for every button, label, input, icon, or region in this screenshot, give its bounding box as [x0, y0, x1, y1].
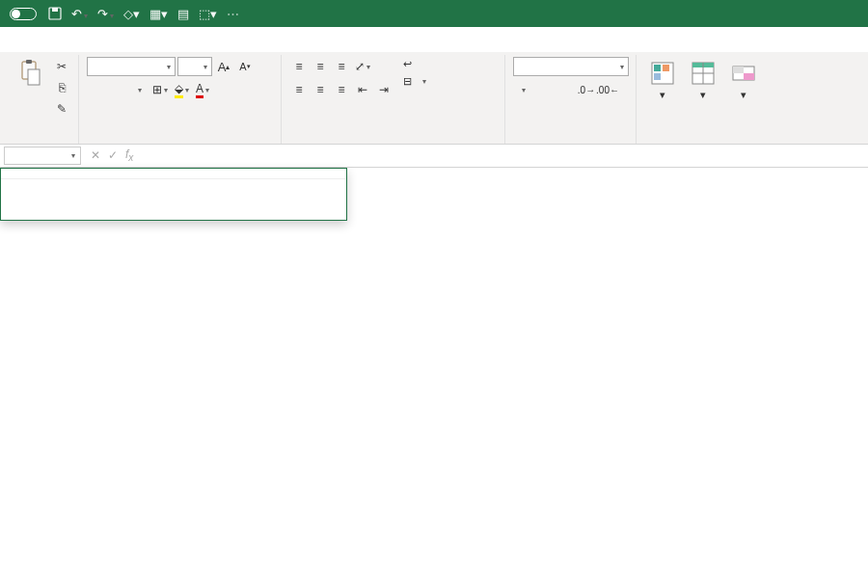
currency-button[interactable]: ▾ — [513, 80, 532, 99]
ribbon-group-styles: ▾ ▾ ▾ — [637, 55, 812, 144]
confirm-formula-icon[interactable]: ✓ — [108, 148, 118, 162]
increase-font-icon[interactable]: A▴ — [214, 57, 233, 76]
percent-button[interactable] — [534, 80, 554, 99]
styles-label — [644, 140, 804, 144]
popup-footer — [1, 200, 346, 220]
redo-icon[interactable]: ↷▾ — [97, 7, 114, 21]
autosave-toggle[interactable] — [6, 8, 37, 20]
align-left-icon[interactable]: ≡ — [289, 80, 309, 99]
save-icon[interactable] — [48, 7, 62, 20]
inc-decimal-icon[interactable]: .0→ — [577, 80, 596, 99]
align-middle-icon[interactable]: ≡ — [311, 57, 330, 76]
ribbon-group-number: ▾ ▾ .0→ .00← — [505, 55, 637, 144]
clipboard-label — [12, 140, 70, 144]
svg-rect-7 — [663, 65, 669, 71]
number-label — [513, 140, 628, 144]
fx-icon[interactable]: fx — [125, 147, 133, 163]
format-as-table-button[interactable]: ▾ — [685, 57, 721, 140]
svg-rect-3 — [26, 60, 32, 64]
font-name-select[interactable]: ▾ — [87, 57, 176, 76]
number-format-select[interactable]: ▾ — [513, 57, 629, 76]
titlebar: ↶▾ ↷▾ ◇▾ ▦▾ ▤ ⬚▾ ⋯ — [0, 0, 868, 27]
svg-rect-6 — [654, 65, 661, 71]
border-button[interactable]: ⊞▾ — [150, 80, 170, 99]
paste-button[interactable] — [12, 57, 48, 140]
wrap-text-button[interactable]: ↩ — [403, 57, 426, 70]
fill-color-button[interactable]: ⬙▾ — [172, 80, 191, 99]
qat-item-3[interactable]: ▤ — [177, 7, 189, 21]
quick-access-toolbar: ↶▾ ↷▾ ◇▾ ▦▾ ▤ ⬚▾ ⋯ — [48, 7, 239, 21]
decrease-font-icon[interactable]: A▾ — [235, 57, 255, 76]
ribbon: ✂ ⎘ ✎ ▾ ▾ A▴ A▾ ▾ ⊞▾ ⬙▾ A▾ — [0, 52, 868, 145]
qat-more[interactable]: ⋯ — [227, 7, 239, 21]
popup-options — [1, 179, 346, 200]
dec-decimal-icon[interactable]: .00← — [598, 80, 617, 99]
formula-bar: ▾ ✕ ✓ fx — [0, 145, 868, 168]
quick-analysis-popup — [0, 168, 347, 221]
align-right-icon[interactable]: ≡ — [332, 80, 351, 99]
ribbon-group-clipboard: ✂ ⎘ ✎ — [4, 55, 79, 144]
underline-button[interactable]: ▾ — [129, 80, 149, 99]
orientation-icon[interactable]: ⤢▾ — [353, 57, 372, 76]
comma-button[interactable] — [556, 80, 575, 99]
undo-icon[interactable]: ↶▾ — [71, 7, 88, 21]
font-size-select[interactable]: ▾ — [177, 57, 212, 76]
alignment-label — [289, 140, 497, 144]
ribbon-group-font: ▾ ▾ A▴ A▾ ▾ ⊞▾ ⬙▾ A▾ — [79, 55, 282, 144]
cancel-formula-icon[interactable]: ✕ — [91, 148, 100, 162]
svg-rect-1 — [52, 8, 58, 12]
cond-fmt-label: ▾ — [660, 90, 665, 101]
align-center-icon[interactable]: ≡ — [311, 80, 330, 99]
ribbon-group-alignment: ≡ ≡ ≡ ⤢▾ ≡ ≡ ≡ ⇤ ⇥ ↩ ⊟ ▾ — [282, 55, 505, 144]
align-top-icon[interactable]: ≡ — [289, 57, 309, 76]
qat-item-1[interactable]: ◇▾ — [123, 7, 140, 21]
formula-input[interactable] — [139, 149, 868, 163]
bold-button[interactable] — [87, 80, 106, 99]
popup-tabs — [1, 169, 346, 179]
italic-button[interactable] — [108, 80, 127, 99]
font-color-button[interactable]: A▾ — [193, 80, 212, 99]
qat-item-4[interactable]: ⬚▾ — [199, 7, 217, 21]
svg-rect-14 — [733, 67, 744, 73]
cut-icon[interactable]: ✂ — [52, 57, 71, 76]
qat-item-2[interactable]: ▦▾ — [149, 7, 168, 21]
fmt-table-label: ▾ — [700, 90, 706, 101]
merge-center-button[interactable]: ⊟ ▾ — [403, 74, 426, 88]
menu-bar — [0, 27, 868, 52]
svg-rect-15 — [744, 73, 754, 80]
indent-inc-icon[interactable]: ⇥ — [374, 80, 393, 99]
conditional-formatting-button[interactable]: ▾ — [644, 57, 681, 140]
svg-rect-8 — [654, 73, 661, 80]
cell-styles-label: ▾ — [741, 90, 746, 101]
toggle-off-icon[interactable] — [10, 8, 37, 20]
name-box[interactable]: ▾ — [4, 147, 81, 165]
align-bottom-icon[interactable]: ≡ — [332, 57, 351, 76]
font-group-label — [87, 140, 273, 144]
cell-styles-button[interactable]: ▾ — [725, 57, 762, 140]
indent-dec-icon[interactable]: ⇤ — [353, 80, 372, 99]
format-painter-icon[interactable]: ✎ — [52, 99, 71, 119]
copy-icon[interactable]: ⎘ — [52, 78, 71, 97]
svg-rect-4 — [28, 69, 40, 85]
